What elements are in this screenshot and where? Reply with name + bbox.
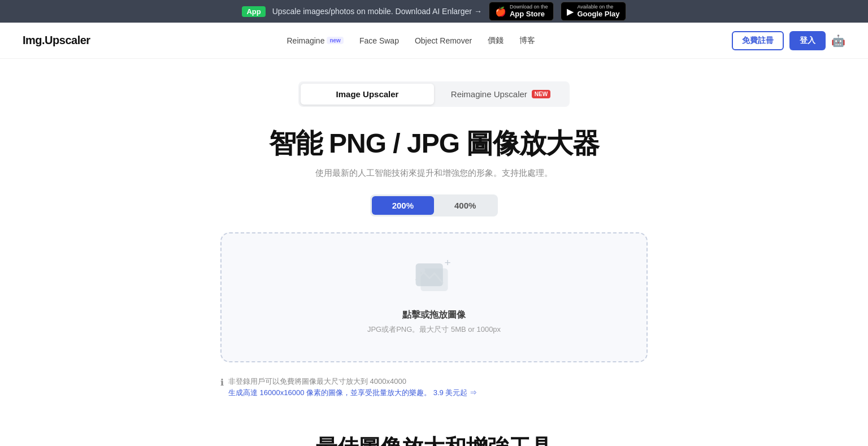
nav-reimagine[interactable]: Reimagine new [287,36,344,45]
upload-icon-wrap: + [411,259,457,301]
bottom-title: 最佳圖像放大和增強工具 [316,433,552,446]
banner-text: Upscale images/photos on mobile. Downloa… [272,7,482,16]
tab-reimagine-upscaler[interactable]: Reimagine Upscaler NEW [434,84,567,105]
appstore-label-wrap: Download on the App Store [510,5,548,19]
register-button[interactable]: 免費註冊 [732,31,784,50]
googleplay-label-wrap: Available on the Google Play [577,5,619,19]
apple-icon: 🍎 [495,6,506,17]
scale-400-button[interactable]: 400% [434,196,496,215]
google-play-icon: ▶ [567,6,574,17]
appstore-button[interactable]: 🍎 Download on the App Store [489,2,554,21]
nav-links: Reimagine new Face Swap Object Remover 價… [287,36,536,46]
nav-blog[interactable]: 博客 [519,36,535,46]
nav-pricing[interactable]: 價錢 [488,36,504,46]
app-badge: App [242,6,265,17]
info-icon: ℹ [220,377,224,388]
new-badge: new [327,37,343,44]
tab-switcher: Image Upscaler Reimagine Upscaler NEW [298,81,570,107]
info-row: ℹ 非登錄用戶可以免費將圖像最大尺寸放大到 4000x4000 生成高達 160… [220,376,648,400]
page-headline: 智能 PNG / JPG 圖像放大器 [269,127,600,160]
svg-text:+: + [444,259,450,269]
nav-actions: 免費註冊 登入 🤖 [732,31,845,50]
upload-sub-text: JPG或者PNG。最大尺寸 5MB or 1000px [367,324,501,335]
main-content: Image Upscaler Reimagine Upscaler NEW 智能… [0,59,868,446]
upload-image-icon: + [411,259,457,299]
robot-icon[interactable]: 🤖 [831,34,845,47]
tab-image-upscaler[interactable]: Image Upscaler [301,84,434,105]
nav-faceswap[interactable]: Face Swap [359,36,399,45]
scale-200-button[interactable]: 200% [372,196,434,215]
info-text: 非登錄用戶可以免費將圖像最大尺寸放大到 4000x4000 生成高達 16000… [228,376,477,400]
logo[interactable]: Img.Upscaler [23,34,90,47]
price-link[interactable]: 3.9 美元起 ⇒ [433,388,477,397]
googleplay-button[interactable]: ▶ Available on the Google Play [561,2,626,21]
svg-rect-1 [416,263,443,286]
upload-main-text: 點擊或拖放圖像 [402,309,466,321]
upgrade-link[interactable]: 生成高達 16000x16000 像素的圖像，並享受批量放大的樂趣。 [228,388,431,397]
nav-objectremover[interactable]: Object Remover [415,36,472,45]
login-button[interactable]: 登入 [789,31,826,50]
upload-area[interactable]: + 點擊或拖放圖像 JPG或者PNG。最大尺寸 5MB or 1000px [220,232,648,362]
scale-button-group: 200% 400% [370,194,498,216]
top-banner: App Upscale images/photos on mobile. Dow… [0,0,868,23]
new-red-badge: NEW [532,90,550,98]
page-subheadline: 使用最新的人工智能技術來提升和增強您的形象。支持批處理。 [315,168,553,179]
navbar: Img.Upscaler Reimagine new Face Swap Obj… [0,23,868,59]
